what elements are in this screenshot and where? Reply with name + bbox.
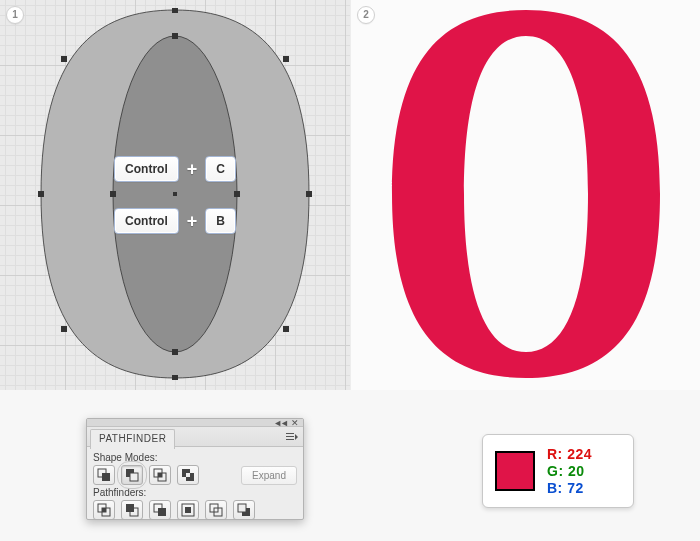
svg-rect-35 [185,507,191,513]
step-1-canvas[interactable]: 1 [0,0,350,390]
panel-titlebar[interactable]: ◄◄ ✕ [87,419,303,427]
svg-rect-29 [102,508,106,512]
svg-rect-18 [102,473,110,481]
key-control: Control [114,208,179,234]
svg-rect-14 [286,433,294,434]
rgb-r-line: R: 224 [547,446,592,462]
panel-menu-icon[interactable] [285,430,299,444]
svg-rect-9 [172,33,178,39]
pathfinders-row [93,500,297,520]
merge-icon[interactable] [149,500,171,520]
svg-rect-6 [283,56,289,62]
unite-icon[interactable] [93,465,115,485]
minus-back-icon[interactable] [233,500,255,520]
key-c: C [205,156,236,182]
divide-icon[interactable] [93,500,115,520]
pathfinders-label: Pathfinders: [93,487,297,498]
svg-rect-15 [286,436,294,437]
svg-rect-20 [130,473,138,481]
pasteback-shortcut: Control + B [0,208,350,234]
copy-shortcut: Control + C [0,156,350,182]
svg-rect-12 [234,191,240,197]
rgb-g-line: G: 20 [547,463,592,479]
shape-modes-label: Shape Modes: [93,452,297,463]
svg-rect-7 [61,326,67,332]
svg-rect-23 [158,473,162,477]
svg-rect-8 [283,326,289,332]
svg-rect-33 [158,508,166,516]
step-badge-2: 2 [357,6,375,24]
plus-icon: + [187,211,198,232]
svg-rect-39 [238,504,246,512]
svg-rect-1 [172,8,178,13]
left-compound-shape[interactable] [35,8,315,380]
svg-rect-26 [186,473,190,477]
key-b: B [205,208,236,234]
svg-rect-13 [173,192,177,196]
step-badge-1: 1 [6,6,24,24]
plus-icon: + [187,159,198,180]
intersect-icon[interactable] [149,465,171,485]
svg-rect-16 [286,439,294,440]
color-swatch-card: R: 224 G: 20 B: 72 [482,434,634,508]
right-result-shape[interactable] [386,8,666,380]
svg-rect-4 [306,191,312,197]
svg-rect-10 [172,349,178,355]
svg-rect-3 [38,191,44,197]
rgb-b-line: B: 72 [547,480,592,496]
pathfinder-tab[interactable]: PATHFINDER [90,429,175,449]
pathfinder-panel[interactable]: ◄◄ ✕ PATHFINDER Shape Modes: Expand Path… [86,418,304,520]
svg-rect-11 [110,191,116,197]
outline-icon[interactable] [205,500,227,520]
step-2-canvas[interactable]: 2 [350,0,700,390]
shape-modes-row: Expand [93,465,297,485]
exclude-icon[interactable] [177,465,199,485]
fill-swatch [495,451,535,491]
svg-rect-2 [172,375,178,380]
trim-icon[interactable] [121,500,143,520]
svg-rect-5 [61,56,67,62]
crop-icon[interactable] [177,500,199,520]
key-control: Control [114,156,179,182]
expand-button[interactable]: Expand [241,466,297,485]
minus-front-icon[interactable] [121,465,143,485]
